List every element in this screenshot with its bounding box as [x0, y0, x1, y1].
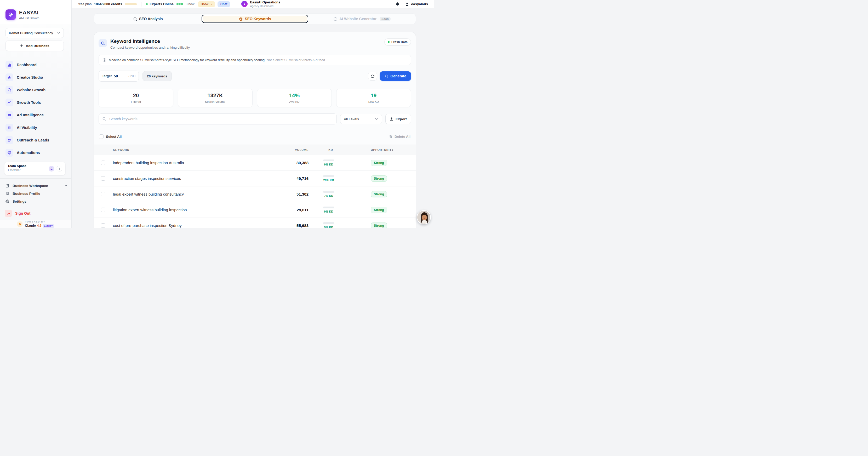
add-member-button[interactable]: [57, 166, 62, 172]
support-chat-avatar[interactable]: [417, 210, 431, 224]
sign-out-label: Sign Out: [15, 211, 30, 215]
keyword-cell: legal expert witness building consultanc…: [113, 192, 272, 196]
row-checkbox[interactable]: [101, 192, 105, 196]
sidebar-nav-item[interactable]: Automations: [3, 146, 68, 159]
methodology-note: Modeled on common SEMrush/Ahrefs-style S…: [99, 55, 411, 65]
soon-badge: Soon: [380, 17, 391, 21]
tab[interactable]: SEO Analysis: [95, 14, 200, 23]
export-button[interactable]: Export: [385, 114, 411, 124]
row-checkbox[interactable]: [101, 176, 105, 181]
chat-button[interactable]: Chat: [218, 1, 230, 7]
row-checkbox[interactable]: [101, 208, 105, 212]
stat-card: 1327K Search Volume: [178, 89, 253, 107]
level-filter-select[interactable]: All Levels: [340, 114, 382, 124]
kd-cell: 7% KD: [309, 191, 353, 197]
experts-avatars: [176, 3, 183, 5]
book-button[interactable]: Book →: [198, 1, 215, 7]
target-input[interactable]: Target 50 / 200: [99, 70, 139, 82]
org-switcher[interactable]: EasyAI Operations Agency Dashboard: [241, 1, 280, 7]
target-label: Target: [102, 74, 112, 78]
keyword-cell: construction stages inspection services: [113, 176, 272, 181]
table-row: construction stages inspection services …: [94, 171, 416, 186]
opportunity-badge: Strong: [371, 207, 387, 213]
target-value: 50: [114, 74, 118, 78]
select-all-checkbox[interactable]: [99, 134, 103, 139]
team-space-card[interactable]: Team Space 1 member E: [4, 162, 65, 175]
kd-progress: [323, 207, 334, 208]
sidebar-nav-label: AI Visibility: [17, 125, 37, 130]
keyword-cell: cost of pre-purchase inspection Sydney: [113, 223, 272, 228]
main-content: SEO Analysis SEO Keywords AI Website Gen…: [72, 8, 434, 228]
stat-card: 19 Low KD: [336, 89, 411, 107]
kd-label: 9% KD: [324, 210, 333, 213]
plan-label: free plan: [79, 2, 92, 6]
row-checkbox[interactable]: [101, 223, 105, 228]
powered-version: 4.6: [37, 224, 41, 227]
kd-cell: 20% KD: [309, 175, 353, 182]
table-row: litigation expert witness building inspe…: [94, 202, 416, 218]
kd-label: 7% KD: [324, 194, 333, 197]
sidebar-nav-item[interactable]: Dashboard: [3, 59, 68, 71]
sidebar-nav-item[interactable]: Creator Studio: [3, 71, 68, 84]
claude-logo-icon: A: [17, 221, 23, 227]
table-header: KEYWORD VOLUME KD OPPORTUNITY: [94, 145, 416, 155]
keyword-intelligence-panel: Keyword Intelligence Compact keyword opp…: [94, 32, 416, 228]
sidebar-nav-item[interactable]: AI Visibility: [3, 121, 68, 134]
volume-cell: 80,388: [272, 160, 309, 165]
delete-all-button[interactable]: Delete All: [389, 135, 410, 139]
sidebar-nav-label: Automations: [17, 151, 40, 155]
sidebar-nav-item[interactable]: Ad Intelligence: [3, 109, 68, 121]
stat-value: 19: [371, 93, 376, 98]
kd-progress: [323, 159, 334, 161]
tab-label: SEO Analysis: [139, 17, 163, 21]
kd-progress: [323, 191, 334, 193]
sidebar-nav-label: Website Growth: [17, 88, 45, 92]
sidebar-nav-item[interactable]: Outreach & Leads: [3, 134, 68, 146]
powered-brand: Claude: [25, 224, 36, 227]
credits-progress: [125, 3, 137, 5]
tab[interactable]: AI Website Generator Soon: [309, 14, 415, 23]
tab[interactable]: SEO Keywords: [202, 14, 308, 23]
brand-tagline: AI-First Growth: [19, 17, 39, 20]
sidebar-footer-label: Business Workspace: [12, 184, 61, 188]
stat-value: 1327K: [208, 93, 223, 98]
volume-cell: 51,302: [272, 192, 309, 196]
sidebar-nav-item[interactable]: Growth Tools: [3, 96, 68, 109]
sidebar-footer-link[interactable]: Business Profile: [4, 189, 68, 197]
org-subtitle: Agency Dashboard: [250, 4, 280, 7]
row-checkbox[interactable]: [101, 160, 105, 165]
credits-label: 1864/2000 credits: [94, 2, 122, 6]
stat-label: Low KD: [368, 100, 379, 103]
stat-value: 20: [133, 93, 139, 98]
business-selector[interactable]: Kemet Building Consultancy: [5, 28, 64, 38]
kd-label: 20% KD: [323, 179, 334, 182]
keyword-count-pill: 20 keywords: [143, 71, 172, 81]
globe-icon: [333, 17, 337, 21]
bar-chart-icon: [5, 61, 13, 69]
refresh-button[interactable]: [368, 72, 377, 81]
table-row: independent building inspection Australi…: [94, 155, 416, 171]
sidebar-footer-link[interactable]: Settings: [4, 197, 68, 205]
column-opportunity: OPPORTUNITY: [353, 148, 416, 151]
kd-progress: [323, 175, 334, 177]
generate-button[interactable]: Generate: [380, 71, 411, 81]
trash-icon: [389, 135, 393, 139]
target-icon: [239, 17, 243, 21]
chevron-down-icon: [57, 31, 60, 35]
sidebar-footer-link[interactable]: Business Workspace: [4, 182, 68, 189]
kd-cell: 9% KD: [309, 222, 353, 228]
column-kd: KD: [309, 148, 353, 151]
user-menu[interactable]: easyaiaus: [405, 2, 428, 6]
tab-label: AI Website Generator: [339, 17, 376, 21]
opportunity-badge: Strong: [371, 222, 387, 228]
bell-icon[interactable]: [395, 2, 400, 6]
username: easyaiaus: [411, 2, 428, 6]
sidebar-nav-label: Dashboard: [17, 63, 37, 67]
sign-out-button[interactable]: Sign Out: [4, 208, 68, 219]
org-name: EasyAI Operations: [250, 1, 280, 4]
search-input[interactable]: [99, 114, 337, 124]
opportunity-badge: Strong: [371, 176, 387, 182]
add-business-button[interactable]: Add Business: [5, 40, 64, 51]
kd-label: 9% KD: [324, 163, 333, 166]
sidebar-nav-item[interactable]: Website Growth: [3, 84, 68, 96]
